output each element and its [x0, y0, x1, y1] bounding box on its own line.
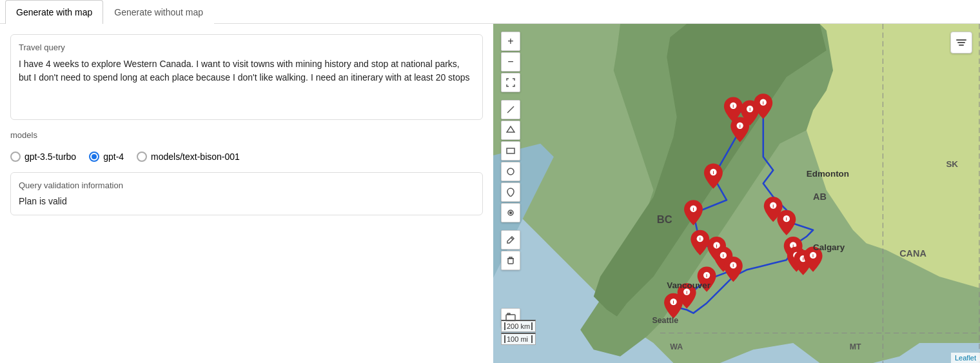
- svg-rect-78: [508, 259, 513, 264]
- svg-text:i: i: [723, 253, 724, 259]
- draw-polygon-button[interactable]: [501, 121, 520, 140]
- validation-group: Query validation information: [10, 172, 483, 215]
- svg-text:i: i: [700, 236, 701, 242]
- radio-label-gpt4: gpt-4: [103, 152, 124, 162]
- draw-circle-button[interactable]: [501, 162, 520, 181]
- radio-group: gpt-3.5-turbo gpt-4 models/text-bison-00…: [10, 152, 483, 162]
- svg-text:i: i: [673, 299, 674, 305]
- svg-text:AB: AB: [813, 191, 827, 202]
- radio-label-gpt35: gpt-3.5-turbo: [24, 152, 76, 162]
- draw-line-button[interactable]: [501, 100, 520, 119]
- fullscreen-button[interactable]: [501, 73, 520, 92]
- draw-rectangle-button[interactable]: [501, 141, 520, 161]
- map-area[interactable]: i i i i: [493, 24, 980, 363]
- svg-text:i: i: [732, 103, 734, 109]
- svg-text:BC: BC: [657, 213, 672, 225]
- svg-text:MT: MT: [850, 342, 861, 351]
- svg-text:i: i: [786, 216, 787, 222]
- radio-circle-textbison: [137, 152, 147, 162]
- svg-text:Edmonton: Edmonton: [807, 169, 849, 179]
- svg-text:i: i: [712, 170, 714, 175]
- radio-gpt35[interactable]: gpt-3.5-turbo: [10, 152, 76, 162]
- svg-rect-73: [507, 148, 514, 153]
- travel-query-label: Travel query: [19, 43, 475, 52]
- left-panel: Travel query models gpt-3.5-turbo gpt-4: [0, 24, 493, 363]
- models-label: models: [10, 130, 483, 140]
- svg-text:i: i: [716, 243, 718, 249]
- radio-dot-gpt4: [92, 154, 97, 159]
- svg-marker-72: [507, 126, 514, 132]
- travel-query-group: Travel query: [10, 34, 483, 120]
- map-controls-left: + −: [501, 32, 520, 270]
- main-layout: Travel query models gpt-3.5-turbo gpt-4: [0, 24, 980, 363]
- svg-line-71: [507, 106, 514, 113]
- map-controls-right: [950, 32, 972, 54]
- svg-text:i: i: [763, 100, 764, 106]
- tab-generate-without-map[interactable]: Generate without map: [103, 0, 214, 24]
- svg-text:i: i: [692, 206, 694, 212]
- layers-icon: [956, 39, 966, 46]
- zoom-in-button[interactable]: +: [501, 32, 520, 51]
- svg-text:i: i: [772, 203, 774, 209]
- scale-mi: 100 mi: [504, 335, 533, 343]
- svg-text:CANA: CANA: [899, 248, 926, 259]
- radio-circle-gpt35: [10, 152, 21, 162]
- svg-text:Vancouver: Vancouver: [667, 280, 711, 290]
- radio-label-textbison: models/text-bison-001: [151, 152, 240, 162]
- map-scale: 200 km 100 mi: [501, 320, 536, 345]
- validation-label: Query validation information: [19, 181, 475, 190]
- svg-point-76: [510, 212, 512, 214]
- map-svg: i i i i: [493, 24, 980, 363]
- svg-text:i: i: [749, 106, 750, 112]
- validation-input[interactable]: [19, 196, 475, 206]
- svg-text:SK: SK: [946, 159, 958, 169]
- svg-text:i: i: [706, 273, 707, 279]
- svg-text:Seattle: Seattle: [652, 316, 679, 325]
- edit-button[interactable]: [501, 230, 520, 250]
- tab-generate-with-map[interactable]: Generate with map: [5, 0, 103, 24]
- svg-text:WA: WA: [670, 342, 683, 351]
- svg-rect-80: [507, 313, 510, 315]
- leaflet-link[interactable]: Leaflet: [955, 354, 976, 362]
- radio-gpt4[interactable]: gpt-4: [89, 152, 124, 162]
- travel-query-input[interactable]: [19, 57, 475, 109]
- zoom-out-button[interactable]: −: [501, 52, 520, 72]
- tabs-bar: Generate with map Generate without map: [0, 0, 980, 24]
- scale-km: 200 km: [504, 322, 533, 330]
- svg-text:i: i: [732, 262, 734, 268]
- radio-circle-gpt4: [89, 152, 99, 162]
- layers-button[interactable]: [950, 32, 972, 54]
- models-group: models gpt-3.5-turbo gpt-4 models/text-b…: [10, 130, 483, 162]
- svg-text:i: i: [812, 253, 814, 259]
- radio-textbison[interactable]: models/text-bison-001: [137, 152, 240, 162]
- svg-point-74: [507, 168, 514, 175]
- draw-marker-button[interactable]: [501, 182, 520, 202]
- draw-circle-marker-button[interactable]: [501, 203, 520, 222]
- svg-text:Calgary: Calgary: [813, 242, 845, 252]
- leaflet-attribution: Leaflet: [951, 353, 980, 363]
- delete-button[interactable]: [501, 251, 520, 270]
- svg-text:i: i: [740, 123, 741, 129]
- svg-text:i: i: [803, 256, 804, 262]
